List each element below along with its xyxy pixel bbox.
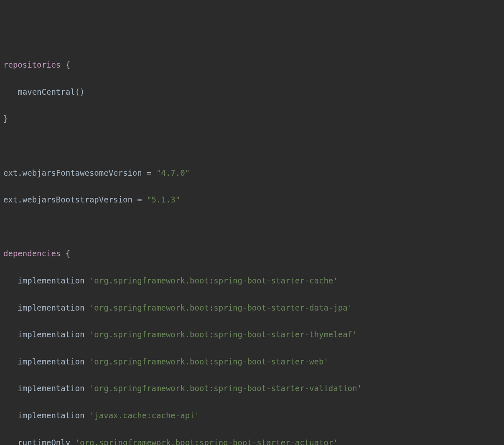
code-line[interactable]: ext.webjarsFontawesomeVersion = "4.7.0" [3, 166, 504, 180]
code-editor[interactable]: repositories { mavenCentral() } ext.webj… [3, 58, 504, 445]
code-line-blank[interactable] [3, 220, 504, 233]
code-line[interactable]: repositories { [3, 58, 504, 71]
string-literal: 'org.springframework.boot:spring-boot-st… [89, 357, 328, 366]
string-literal: 'org.springframework.boot:spring-boot-st… [89, 303, 352, 312]
string-literal: "5.1.3" [147, 195, 180, 204]
code-line[interactable]: } [3, 112, 504, 125]
code-line[interactable]: implementation 'org.springframework.boot… [3, 301, 504, 314]
code-line[interactable]: mavenCentral() [3, 85, 504, 99]
string-literal: 'org.springframework.boot:spring-boot-st… [89, 276, 338, 285]
code-line[interactable]: implementation 'org.springframework.boot… [3, 355, 504, 368]
string-literal: 'org.springframework.boot:spring-boot-st… [75, 438, 338, 445]
code-line-blank[interactable] [3, 139, 504, 152]
keyword-dependencies: dependencies [3, 249, 61, 258]
string-literal: "4.7.0" [156, 168, 190, 177]
code-line[interactable]: runtimeOnly 'org.springframework.boot:sp… [3, 436, 504, 445]
code-line[interactable]: dependencies { [3, 247, 504, 260]
keyword-repositories: repositories [3, 60, 61, 69]
code-line[interactable]: implementation 'javax.cache:cache-api' [3, 409, 504, 422]
string-literal: 'javax.cache:cache-api' [89, 411, 199, 420]
string-literal: 'org.springframework.boot:spring-boot-st… [89, 384, 362, 393]
code-line[interactable]: implementation 'org.springframework.boot… [3, 274, 504, 287]
code-line[interactable]: implementation 'org.springframework.boot… [3, 328, 504, 341]
string-literal: 'org.springframework.boot:spring-boot-st… [89, 330, 357, 339]
code-line[interactable]: ext.webjarsBootstrapVersion = "5.1.3" [3, 193, 504, 206]
code-line[interactable]: implementation 'org.springframework.boot… [3, 382, 504, 395]
